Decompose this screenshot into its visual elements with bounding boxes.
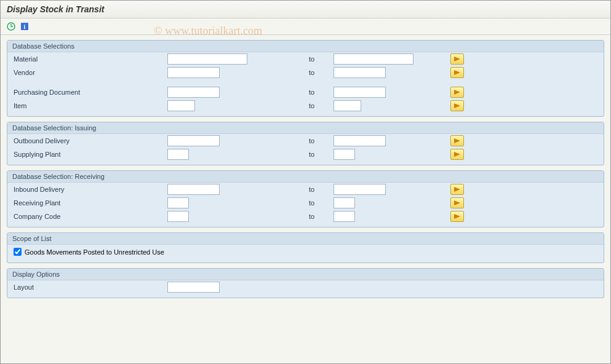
to-label: to bbox=[309, 213, 333, 220]
company-code-from-input[interactable] bbox=[167, 211, 189, 222]
toolbar: i bbox=[1, 18, 610, 35]
receiving-plant-multiple-button[interactable] bbox=[450, 197, 464, 208]
material-from-input[interactable] bbox=[167, 53, 247, 65]
item-to-input[interactable] bbox=[333, 100, 361, 111]
vendor-to-input[interactable] bbox=[333, 67, 386, 78]
company-code-label: Company Code bbox=[14, 213, 167, 220]
purchasing-document-from-input[interactable] bbox=[167, 87, 220, 98]
vendor-multiple-button[interactable] bbox=[450, 67, 464, 78]
purchasing-document-to-input[interactable] bbox=[333, 87, 386, 98]
receiving-plant-to-input[interactable] bbox=[333, 197, 355, 208]
database-selections-group: Database Selections Material to Vendor t… bbox=[7, 40, 604, 117]
outbound-delivery-from-input[interactable] bbox=[167, 135, 220, 146]
outbound-delivery-label: Outbound Delivery bbox=[14, 137, 167, 144]
database-selection-receiving-group: Database Selection: Receiving Inbound De… bbox=[7, 170, 604, 228]
content: Database Selections Material to Vendor t… bbox=[1, 35, 610, 308]
item-label: Item bbox=[14, 102, 167, 109]
inbound-delivery-to-input[interactable] bbox=[333, 184, 386, 195]
supplying-plant-multiple-button[interactable] bbox=[450, 149, 464, 160]
company-code-multiple-button[interactable] bbox=[450, 211, 464, 222]
vendor-label: Vendor bbox=[14, 69, 167, 76]
to-label: to bbox=[309, 186, 333, 193]
page-title: Display Stock in Transit bbox=[1, 1, 610, 18]
info-icon[interactable]: i bbox=[19, 21, 30, 32]
svg-text:i: i bbox=[24, 23, 26, 30]
item-multiple-button[interactable] bbox=[450, 100, 464, 111]
purchasing-document-multiple-button[interactable] bbox=[450, 87, 464, 98]
to-label: to bbox=[309, 89, 333, 96]
material-to-input[interactable] bbox=[333, 53, 413, 65]
execute-icon[interactable] bbox=[6, 21, 17, 32]
receiving-plant-label: Receiving Plant bbox=[14, 199, 167, 207]
purchasing-document-label: Purchasing Document bbox=[14, 89, 167, 96]
display-options-title: Display Options bbox=[7, 269, 604, 280]
outbound-delivery-to-input[interactable] bbox=[333, 135, 386, 146]
database-selection-issuing-title: Database Selection: Issuing bbox=[7, 122, 604, 134]
item-from-input[interactable] bbox=[167, 100, 195, 111]
receiving-plant-from-input[interactable] bbox=[167, 197, 189, 208]
layout-label: Layout bbox=[14, 283, 167, 291]
to-label: to bbox=[309, 151, 333, 158]
goods-movements-label: Goods Movements Posted to Unrestricted U… bbox=[25, 248, 164, 256]
outbound-delivery-multiple-button[interactable] bbox=[450, 135, 464, 146]
scope-of-list-group: Scope of List Goods Movements Posted to … bbox=[7, 232, 604, 263]
inbound-delivery-from-input[interactable] bbox=[167, 184, 220, 195]
display-options-group: Display Options Layout bbox=[7, 268, 604, 298]
scope-of-list-title: Scope of List bbox=[7, 233, 604, 245]
vendor-from-input[interactable] bbox=[167, 67, 220, 78]
supplying-plant-from-input[interactable] bbox=[167, 149, 189, 160]
inbound-delivery-multiple-button[interactable] bbox=[450, 184, 464, 195]
supplying-plant-to-input[interactable] bbox=[333, 149, 355, 160]
database-selection-receiving-title: Database Selection: Receiving bbox=[7, 171, 604, 183]
material-label: Material bbox=[14, 55, 167, 63]
database-selection-issuing-group: Database Selection: Issuing Outbound Del… bbox=[7, 122, 604, 165]
inbound-delivery-label: Inbound Delivery bbox=[14, 186, 167, 193]
layout-input[interactable] bbox=[167, 282, 220, 293]
supplying-plant-label: Supplying Plant bbox=[14, 151, 167, 158]
to-label: to bbox=[309, 69, 333, 76]
to-label: to bbox=[309, 55, 333, 63]
to-label: to bbox=[309, 137, 333, 144]
to-label: to bbox=[309, 102, 333, 109]
material-multiple-button[interactable] bbox=[450, 53, 464, 65]
goods-movements-checkbox[interactable] bbox=[14, 248, 22, 256]
company-code-to-input[interactable] bbox=[333, 211, 355, 222]
database-selections-title: Database Selections bbox=[7, 41, 604, 52]
to-label: to bbox=[309, 199, 333, 207]
